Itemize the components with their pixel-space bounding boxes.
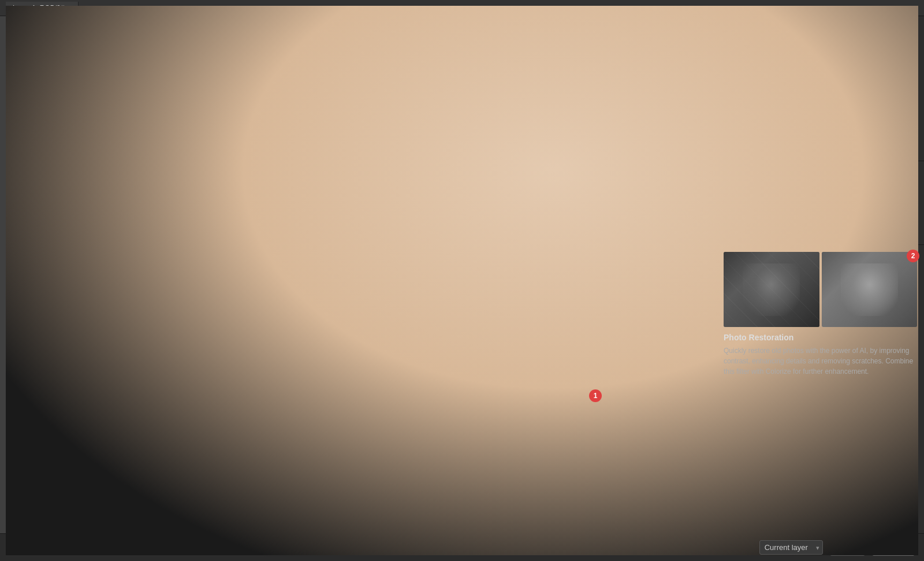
main-layout: Neural Filters All filters Wait list ⋯ P… <box>0 16 924 533</box>
photo-restore-title: Photo Restoration <box>724 333 917 342</box>
photo-img-before <box>724 252 819 327</box>
photo-restore-section: 2 Photo Restoration Quickly <box>717 245 924 533</box>
photo-restore-desc: Quickly restore old photos with the powe… <box>724 345 917 377</box>
photo-img-after <box>822 252 918 327</box>
preview-images <box>724 23 917 127</box>
step-badge-2-container: 2 <box>907 250 919 262</box>
step-badge-1: 1 <box>589 389 602 402</box>
photo-restore-images <box>724 252 917 327</box>
preview-section: Skin smoothing adjusts and removes skin … <box>717 16 924 161</box>
step-badge-2: 2 <box>907 250 919 262</box>
detail-panel: Skin smoothing adjusts and removes skin … <box>716 16 924 533</box>
output-select[interactable]: Current layer New layer Smart filter <box>759 540 823 555</box>
output-select-wrapper[interactable]: Current layer New layer Smart filter <box>759 540 823 555</box>
preview-after <box>822 23 918 127</box>
